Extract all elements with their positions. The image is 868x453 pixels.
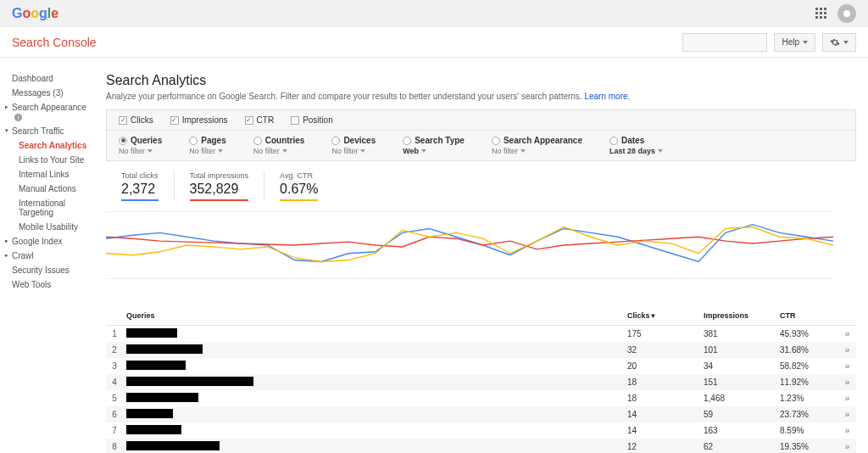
dim-queries-filter[interactable]: No filter <box>119 147 162 155</box>
page-title: Search Analytics <box>106 73 856 88</box>
app-bar: Search Console Help <box>0 27 868 58</box>
dim-dates-filter[interactable]: Last 28 days <box>609 147 663 155</box>
row-index: 2 <box>106 342 123 358</box>
help-button[interactable]: Help <box>774 33 815 52</box>
dim-searchapp-filter[interactable]: No filter <box>492 147 582 155</box>
dim-queries-label: Queries <box>131 136 162 145</box>
row-impressions: 62 <box>700 439 776 453</box>
dim-devices-filter[interactable]: No filter <box>331 147 376 155</box>
row-index: 6 <box>106 406 123 422</box>
metric-position[interactable]: Position <box>291 115 333 125</box>
row-impressions: 34 <box>700 358 776 374</box>
row-open-icon[interactable]: » <box>845 442 848 451</box>
row-impressions: 59 <box>700 406 776 422</box>
sidebar-search-appearance[interactable]: Search Appearancei <box>12 100 92 124</box>
apps-icon[interactable] <box>815 8 827 20</box>
row-open-icon[interactable]: » <box>845 378 848 387</box>
row-query <box>123 422 624 439</box>
sidebar-webtools[interactable]: Web Tools <box>12 277 92 292</box>
google-logo[interactable]: Google <box>12 6 58 21</box>
dim-searchapp-radio[interactable] <box>492 137 500 145</box>
filter-panel: ✓Clicks ✓Impressions ✓CTR Position Queri… <box>106 109 856 161</box>
dim-searchtype-filter[interactable]: Web <box>403 147 465 155</box>
page-description: Analyze your performance on Google Searc… <box>106 92 856 101</box>
learn-more-link[interactable]: Learn more. <box>584 92 630 101</box>
total-ctr-value: 0.67% <box>280 182 318 201</box>
th-impressions[interactable]: Impressions <box>700 306 776 326</box>
table-row[interactable]: 117538145.93%» <box>106 326 856 343</box>
total-clicks-value: 2,372 <box>121 182 159 201</box>
row-ctr: 31.68% <box>776 342 836 358</box>
row-open-icon[interactable]: » <box>845 329 848 338</box>
row-clicks: 20 <box>624 358 700 374</box>
dim-queries-radio[interactable] <box>119 137 127 145</box>
dim-dates-radio[interactable] <box>609 137 618 145</box>
totals-row: Total clicks2,372 Total impressions352,8… <box>106 161 856 208</box>
th-ctr[interactable]: CTR <box>776 306 836 326</box>
row-ctr: 1.23% <box>776 390 836 406</box>
table-row[interactable]: 23210131.68%» <box>106 342 856 358</box>
total-impr-value: 352,829 <box>190 182 249 201</box>
row-open-icon[interactable]: » <box>845 410 848 419</box>
row-open-icon[interactable]: » <box>845 394 848 403</box>
table-row[interactable]: 7141638.59%» <box>106 422 856 439</box>
row-ctr: 8.59% <box>776 422 836 439</box>
sidebar-intl-targeting[interactable]: International Targeting <box>19 196 92 220</box>
sidebar-search-traffic[interactable]: Search Traffic <box>12 124 92 138</box>
sidebar-mobile-usability[interactable]: Mobile Usability <box>19 220 92 234</box>
sidebar-messages[interactable]: Messages (3) <box>12 86 92 100</box>
table-row[interactable]: 6145923.73%» <box>106 406 856 422</box>
property-search-input[interactable] <box>682 33 767 52</box>
row-query <box>123 342 624 358</box>
trend-chart <box>106 211 833 279</box>
table-row[interactable]: 5181,4681.23%» <box>106 390 856 406</box>
row-query <box>123 358 624 374</box>
sidebar-security[interactable]: Security Issues <box>12 263 92 277</box>
row-open-icon[interactable]: » <box>845 361 848 371</box>
sidebar-links-to-site[interactable]: Links to Your Site <box>19 153 92 167</box>
total-ctr-label: Avg. CTR <box>280 171 318 180</box>
settings-button[interactable] <box>822 33 856 52</box>
dim-searchapp-label: Search Appearance <box>504 136 582 145</box>
sidebar-manual-actions[interactable]: Manual Actions <box>19 182 92 196</box>
row-impressions: 163 <box>700 422 776 439</box>
metric-clicks[interactable]: ✓Clicks <box>119 115 153 125</box>
row-clicks: 14 <box>624 406 700 422</box>
sidebar-crawl[interactable]: Crawl <box>12 249 92 263</box>
product-name[interactable]: Search Console <box>12 36 97 49</box>
total-clicks-label: Total clicks <box>121 171 159 180</box>
info-icon: i <box>14 114 22 121</box>
main-content: Search Analytics Analyze your performanc… <box>97 58 868 453</box>
row-index: 5 <box>106 390 123 406</box>
row-ctr: 23.73% <box>776 406 836 422</box>
table-row[interactable]: 3203458.82%» <box>106 358 856 374</box>
table-row[interactable]: 8126219.35%» <box>106 439 856 453</box>
sidebar-google-index[interactable]: Google Index <box>12 234 92 249</box>
help-label: Help <box>782 37 799 47</box>
row-open-icon[interactable]: » <box>845 426 848 435</box>
th-clicks[interactable]: Clicks▼ <box>624 306 700 326</box>
row-ctr: 58.82% <box>776 358 836 374</box>
metric-ctr[interactable]: ✓CTR <box>245 115 275 125</box>
row-index: 4 <box>106 374 123 390</box>
dim-countries-label: Countries <box>265 136 305 145</box>
metric-impressions[interactable]: ✓Impressions <box>170 115 228 125</box>
dim-searchtype-radio[interactable] <box>403 137 411 145</box>
sidebar-search-analytics[interactable]: Search Analytics <box>19 138 92 153</box>
row-clicks: 18 <box>624 390 700 406</box>
sidebar-internal-links[interactable]: Internal Links <box>19 167 92 182</box>
row-open-icon[interactable]: » <box>845 345 848 355</box>
dim-countries-radio[interactable] <box>253 137 262 145</box>
row-ctr: 19.35% <box>776 439 836 453</box>
th-queries[interactable]: Queries <box>123 306 624 326</box>
table-row[interactable]: 41815111.92%» <box>106 374 856 390</box>
sidebar-dashboard[interactable]: Dashboard <box>12 71 92 86</box>
dim-pages-filter[interactable]: No filter <box>189 147 225 155</box>
row-index: 7 <box>106 422 123 439</box>
dim-pages-radio[interactable] <box>189 137 198 145</box>
sort-desc-icon: ▼ <box>650 312 657 320</box>
account-avatar[interactable] <box>837 4 856 23</box>
row-impressions: 381 <box>700 326 776 343</box>
dim-devices-radio[interactable] <box>331 137 340 145</box>
dim-countries-filter[interactable]: No filter <box>253 147 305 155</box>
